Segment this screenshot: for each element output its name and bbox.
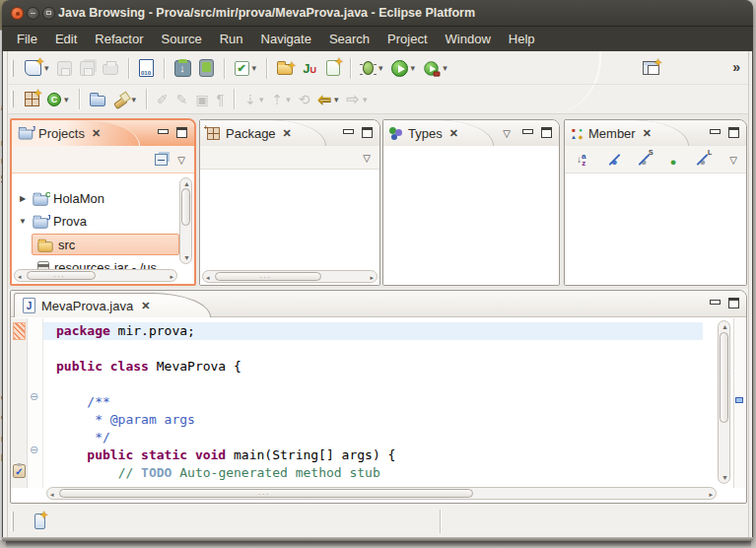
fast-view-icon[interactable]: ✦ (34, 514, 45, 529)
android-install-button[interactable]: ↓ (172, 56, 194, 81)
view-menu-icon[interactable]: ▽ (363, 153, 371, 164)
menu-project[interactable]: Project (378, 29, 436, 49)
dropdown-arrow-icon[interactable]: ▾ (132, 95, 137, 104)
new-package-explorer-button[interactable]: ✦ (274, 56, 296, 81)
overview-task-marker[interactable] (735, 397, 743, 403)
dropdown-arrow-icon[interactable]: ▾ (411, 63, 416, 73)
member-tab[interactable]: ■●▲◆ Member ✕ (565, 120, 689, 146)
fold-marker-icon[interactable]: ⊖ (30, 390, 38, 403)
code-area[interactable]: package mir.prova; public class MevaProv… (43, 318, 703, 488)
minimize-view-icon[interactable] (158, 129, 169, 134)
code-line-2[interactable] (43, 340, 703, 358)
android-device-button[interactable] (196, 56, 217, 81)
expander-icon[interactable]: ▶ (18, 194, 28, 203)
minimize-view-icon[interactable] (710, 129, 721, 134)
new-class-button[interactable]: C ▾ (44, 87, 72, 111)
tree-item-holamon[interactable]: ▶ C HolaMon (14, 188, 104, 209)
package-tab[interactable]: + Package ✕ (200, 120, 326, 146)
dropdown-arrow-icon[interactable]: ▾ (44, 63, 49, 73)
view-menu-icon[interactable]: ▽ (729, 155, 737, 166)
maximize-view-icon[interactable] (541, 127, 552, 138)
hide-local-types-icon[interactable]: ●L (694, 152, 711, 168)
new-wizard-button[interactable]: ✦ ▾ (22, 56, 52, 81)
menu-help[interactable]: Help (500, 29, 544, 49)
code-line-3[interactable]: public class MevaProva { (43, 358, 703, 376)
package-view-content[interactable]: ◂ ··· ▸ (200, 171, 379, 285)
window-minimize-button[interactable] (27, 7, 39, 20)
dropdown-arrow-icon[interactable]: ▾ (378, 63, 383, 73)
binary-file-button[interactable]: 010 (136, 56, 157, 81)
code-line-1[interactable]: package mir.prova; (43, 322, 703, 340)
forward-button[interactable]: ⇨ ▾ (344, 87, 371, 111)
minimize-view-icon[interactable] (343, 129, 354, 134)
code-line-8[interactable]: public static void main(String[] args) { (43, 446, 703, 464)
new-java-project-button[interactable]: ✦ (22, 87, 42, 111)
verify-button[interactable]: ✔ ▾ (232, 56, 260, 81)
window-maximize-button[interactable] (42, 7, 55, 20)
editor-horizontal-scrollbar[interactable]: ◂ ··· ▸ (46, 487, 717, 500)
projects-vertical-scrollbar[interactable]: ▲ ▼ (179, 177, 192, 264)
package-horizontal-scrollbar[interactable]: ◂ ··· ▸ (202, 270, 378, 283)
show-block-button[interactable]: ▣ (193, 87, 212, 111)
previous-annotation-button[interactable]: ⇡ ▾ (269, 87, 294, 111)
close-icon[interactable]: ✕ (141, 300, 150, 312)
tree-item-src[interactable]: src (34, 235, 75, 255)
task-marker-icon[interactable]: ✓ (13, 464, 26, 478)
types-tab[interactable]: Types ✕ (383, 120, 494, 146)
back-button[interactable]: ⇦ ▾ (315, 87, 342, 111)
new-annotation-button[interactable]: ✦ (323, 56, 343, 81)
minimize-editor-icon[interactable] (710, 300, 721, 305)
show-public-icon[interactable]: ● (665, 152, 682, 168)
fold-marker-icon[interactable]: ⊖ (30, 444, 38, 456)
collapse-all-icon[interactable] (155, 154, 168, 166)
mark-occurrences-button[interactable]: ✐ (154, 87, 172, 111)
code-line-9[interactable]: // TODO Auto-generated method stub (43, 464, 703, 482)
print-button[interactable] (100, 56, 121, 81)
expander-icon[interactable]: ▼ (18, 217, 28, 226)
run-button[interactable]: ▾ (388, 56, 419, 81)
external-tools-button[interactable]: ▾ (420, 56, 450, 81)
show-whitespace-button[interactable]: ¶ (214, 87, 228, 111)
editor-vertical-scrollbar[interactable]: ▲ ··· ▼ (718, 320, 730, 484)
open-perspective-button[interactable]: ✦ (640, 56, 662, 81)
dropdown-arrow-icon[interactable]: ▾ (252, 63, 257, 73)
hide-static-icon[interactable]: ●S (636, 152, 653, 168)
dropdown-arrow-icon[interactable]: ▾ (443, 63, 447, 73)
toolbar-drag-handle[interactable] (11, 60, 14, 77)
code-line-7[interactable]: */ (43, 429, 703, 446)
dropdown-arrow-icon[interactable]: ▾ (64, 95, 69, 104)
close-icon[interactable]: ✕ (643, 127, 652, 140)
menu-file[interactable]: File (8, 29, 46, 49)
next-annotation-button[interactable]: ⇣ ▾ (241, 87, 266, 111)
maximize-view-icon[interactable] (362, 127, 373, 138)
search-button[interactable]: ▾ (110, 87, 140, 111)
code-line-5[interactable]: /** (43, 393, 703, 411)
menu-edit[interactable]: Edit (46, 29, 86, 49)
annotation-ruler[interactable]: ✓ (11, 318, 28, 488)
code-line-4[interactable] (43, 376, 703, 393)
dropdown-arrow-icon[interactable]: ▾ (334, 95, 339, 104)
menu-source[interactable]: Source (153, 29, 211, 49)
last-edit-location-button[interactable]: ⟲ (296, 87, 313, 111)
titlebar[interactable]: Java Browsing - Prova/src/mir/prova/Meva… (2, 0, 753, 27)
close-icon[interactable]: ✕ (92, 127, 101, 140)
save-all-button[interactable] (77, 56, 98, 81)
view-menu-icon[interactable]: ▽ (177, 155, 185, 166)
types-view-content[interactable] (383, 147, 559, 285)
sort-icon[interactable]: ↓ az (577, 152, 593, 168)
view-menu-icon[interactable]: ▽ (503, 128, 511, 139)
format-button[interactable]: ✎ (173, 87, 191, 111)
toolbar-drag-handle[interactable] (11, 91, 14, 107)
window-close-button[interactable] (11, 7, 24, 20)
overview-ruler[interactable] (733, 318, 745, 488)
minimize-view-icon[interactable] (522, 129, 533, 134)
tree-item-prova[interactable]: ▼ J Prova (14, 211, 87, 232)
close-icon[interactable]: ✕ (449, 127, 458, 140)
menu-refactor[interactable]: Refactor (86, 29, 152, 49)
menu-run[interactable]: Run (211, 29, 252, 49)
projects-horizontal-scrollbar[interactable]: ◂ ··· ▸ (14, 269, 177, 282)
open-type-button[interactable] (87, 87, 108, 111)
save-button[interactable] (54, 56, 75, 81)
menu-search[interactable]: Search (320, 29, 378, 49)
member-view-content[interactable] (565, 173, 746, 285)
